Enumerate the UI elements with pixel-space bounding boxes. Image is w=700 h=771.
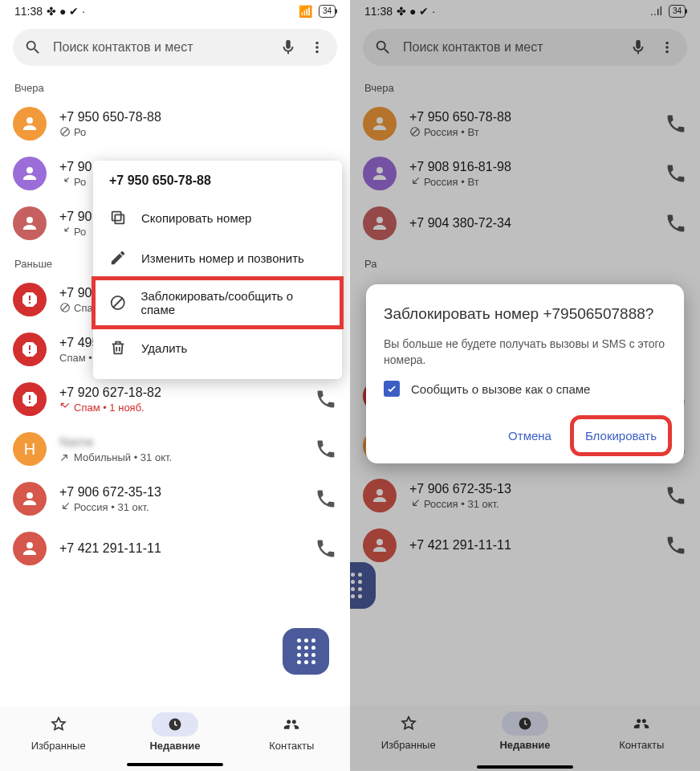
- svg-rect-8: [29, 345, 31, 350]
- call-row[interactable]: +7 421 291-11-11: [0, 524, 350, 573]
- status-icons-left: ✤ ● ✔ ·: [47, 5, 85, 18]
- avatar-spam: [13, 283, 47, 316]
- dialpad-icon: [350, 573, 362, 598]
- incoming-icon: [409, 498, 421, 509]
- phone-icon[interactable]: [665, 534, 687, 557]
- call-number: +7 904 380-72-34: [409, 216, 652, 230]
- battery-indicator: 34: [319, 5, 336, 18]
- avatar: [363, 157, 397, 190]
- svg-rect-12: [29, 402, 31, 403]
- call-meta: Россия • 31 окт.: [409, 498, 652, 510]
- call-number: +7 421 291-11-11: [59, 541, 302, 556]
- call-number: +7 906 672-35-13: [59, 485, 302, 500]
- phone-icon[interactable]: [665, 112, 687, 135]
- phone-icon[interactable]: [315, 487, 337, 510]
- context-menu-copy-label: Скопировать номер: [141, 211, 251, 225]
- status-time: 11:38: [364, 5, 393, 18]
- star-icon: [35, 712, 82, 736]
- search-placeholder: Поиск контактов и мест: [403, 40, 618, 55]
- block-icon: [409, 126, 421, 137]
- context-menu-delete[interactable]: Удалить: [93, 328, 342, 368]
- svg-rect-4: [29, 302, 31, 304]
- avatar: [13, 107, 47, 141]
- nav-favorites[interactable]: Избранные: [350, 712, 466, 751]
- call-number: +7 906 672-35-13: [409, 482, 652, 496]
- phone-icon[interactable]: [315, 537, 337, 560]
- call-row[interactable]: +7 904 380-72-34: [350, 198, 700, 248]
- context-menu-block-label: Заблокировать/сообщить о спаме: [140, 289, 326, 316]
- call-row[interactable]: +7 950 650-78-88 Ро: [0, 99, 350, 149]
- context-menu-edit-label: Изменить номер и позвонить: [141, 251, 304, 265]
- context-menu-edit[interactable]: Изменить номер и позвонить: [93, 238, 342, 278]
- dialog-checkbox-label: Сообщить о вызове как о спаме: [411, 382, 590, 396]
- svg-line-1: [63, 129, 68, 135]
- more-icon[interactable]: [658, 39, 676, 56]
- dialog-cancel-button[interactable]: Отмена: [499, 421, 561, 451]
- call-meta: Мобильный • 31 окт.: [59, 451, 302, 463]
- dialog-title: Заблокировать номер +79506507888?: [384, 304, 666, 324]
- nav-favorites-label: Избранные: [31, 740, 86, 752]
- call-meta: Россия • Вт: [409, 126, 652, 138]
- mic-icon[interactable]: [629, 39, 647, 56]
- avatar: [13, 157, 47, 190]
- search-bar[interactable]: Поиск контактов и мест: [13, 29, 337, 66]
- section-label-yesterday: Вчера: [0, 72, 350, 99]
- avatar: [13, 206, 47, 240]
- incoming-icon: [59, 226, 71, 237]
- nav-favorites[interactable]: Избранные: [0, 712, 116, 752]
- call-row[interactable]: +7 920 627-18-82 Спам • 1 нояб.: [0, 374, 350, 424]
- call-number: +7 920 627-18-82: [59, 386, 302, 400]
- call-meta: Россия • 31 окт.: [59, 501, 302, 513]
- clock-icon: [152, 712, 198, 736]
- search-bar[interactable]: Поиск контактов и мест: [363, 29, 687, 66]
- status-icons-left: ✤ ● ✔ ·: [397, 5, 435, 18]
- status-icons-right: 📶 34: [299, 5, 336, 18]
- avatar: [363, 479, 397, 512]
- dialpad-fab[interactable]: [283, 628, 329, 675]
- search-icon: [374, 39, 392, 56]
- phone-icon[interactable]: [315, 438, 337, 460]
- avatar: [363, 206, 397, 240]
- incoming-icon: [59, 501, 71, 512]
- nav-favorites-label: Избранные: [381, 739, 436, 751]
- bottom-nav: Избранные Недавние Контакты: [350, 705, 700, 770]
- nav-contacts[interactable]: Контакты: [584, 712, 700, 751]
- section-label-yesterday: Вчера: [350, 72, 700, 99]
- search-placeholder: Поиск контактов и мест: [53, 40, 268, 55]
- incoming-icon: [59, 176, 71, 187]
- nav-recent[interactable]: Недавние: [466, 712, 583, 751]
- context-menu-copy[interactable]: Скопировать номер: [93, 198, 342, 238]
- call-row[interactable]: +7 421 291-11-11: [350, 520, 700, 570]
- context-menu-block[interactable]: Заблокировать/сообщить о спаме: [93, 278, 342, 328]
- nav-recent[interactable]: Недавние: [116, 712, 233, 752]
- call-row[interactable]: +7 908 916-81-98 Россия • Вт: [350, 149, 700, 198]
- avatar: [363, 107, 397, 141]
- status-icons-right: ..ıl 34: [650, 5, 686, 18]
- dialog-confirm-button[interactable]: Блокировать: [576, 421, 666, 451]
- nav-contacts-label: Контакты: [619, 739, 664, 751]
- call-row[interactable]: +7 950 650-78-88 Россия • Вт: [350, 99, 700, 149]
- nav-contacts[interactable]: Контакты: [234, 712, 350, 752]
- signal-icon: ..ıl: [650, 5, 662, 18]
- call-row[interactable]: +7 906 672-35-13 Россия • 31 окт.: [0, 474, 350, 524]
- call-number: +7 908 916-81-98: [409, 160, 652, 174]
- call-row[interactable]: Н Name Мобильный • 31 окт.: [0, 424, 350, 474]
- dialog-spam-checkbox[interactable]: Сообщить о вызове как о спаме: [384, 381, 666, 397]
- avatar: [13, 532, 47, 565]
- phone-icon[interactable]: [665, 212, 687, 235]
- avatar-spam: [13, 382, 47, 416]
- phone-icon[interactable]: [665, 484, 687, 507]
- call-row[interactable]: +7 906 672-35-13 Россия • 31 окт.: [350, 471, 700, 520]
- mic-icon[interactable]: [279, 39, 297, 56]
- missed-icon: [59, 402, 71, 413]
- nav-contacts-label: Контакты: [269, 740, 314, 752]
- status-time: 11:38: [14, 5, 43, 18]
- people-icon: [618, 712, 665, 736]
- call-meta: Россия • Вт: [409, 176, 652, 188]
- phone-screen-right: 11:38 ✤ ● ✔ · ..ıl 34 Поиск контактов и …: [350, 0, 700, 771]
- star-icon: [385, 712, 432, 736]
- more-icon[interactable]: [308, 39, 326, 56]
- phone-icon[interactable]: [315, 388, 337, 410]
- phone-icon[interactable]: [665, 162, 687, 185]
- dialpad-fab[interactable]: [350, 562, 376, 609]
